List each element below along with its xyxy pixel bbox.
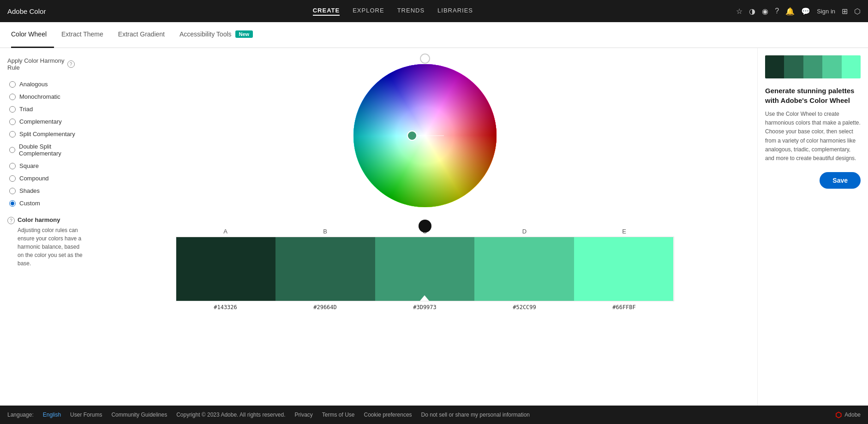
wheel-handle-black[interactable] [419,220,431,233]
right-swatch-d [822,55,841,78]
nav-links: CREATE EXPLORE TRENDS LIBRARIES [64,7,721,16]
palette-section: A B C D E #143326 #29664D #3D9973 #52CC9… [176,228,674,311]
right-panel: Generate stunning palettes with Adobe's … [757,48,868,406]
nav-trends[interactable]: TRENDS [397,7,425,16]
right-swatch-b [784,55,803,78]
bell-icon[interactable]: 🔔 [785,7,795,16]
option-double-split-complementary[interactable]: Double Split Complementary [7,141,85,159]
hex-b: #29664D [275,304,375,311]
nav-libraries[interactable]: LIBRARIES [437,7,473,16]
moon-icon[interactable]: ◑ [749,7,755,16]
color-icon[interactable]: ◉ [762,7,768,16]
color-harmony-help-icon[interactable]: ? [7,217,15,224]
center-area: A B C D E #143326 #29664D #3D9973 #52CC9… [92,48,757,406]
label-b: B [275,228,375,235]
color-harmony-desc: Adjusting color rules can ensure your co… [18,226,85,268]
right-swatch-c [803,55,822,78]
main-layout: Apply Color Harmony Rule ? Analogous Mon… [0,48,868,406]
new-badge: New [235,30,253,38]
left-sidebar: Apply Color Harmony Rule ? Analogous Mon… [0,48,92,406]
tab-bar: Color Wheel Extract Theme Extract Gradie… [0,22,868,48]
swatch-active-indicator [420,295,429,301]
color-wheel-container[interactable] [351,62,499,209]
swatch-c[interactable] [375,237,475,301]
hex-c: #3D9973 [375,304,475,311]
option-monochromatic[interactable]: Monochromatic [7,91,85,102]
label-e: E [575,228,674,235]
tab-extract-gradient[interactable]: Extract Gradient [111,22,172,48]
palette-hex-row: #143326 #29664D #3D9973 #52CC99 #66FFBF [176,304,674,311]
label-d: D [475,228,575,235]
tab-color-wheel[interactable]: Color Wheel [11,22,54,48]
option-triad[interactable]: Triad [7,103,85,115]
help-icon[interactable]: ? [775,7,779,15]
option-analogous[interactable]: Analogous [7,78,85,90]
option-custom[interactable]: Custom [7,197,85,209]
swatch-d[interactable] [474,237,574,301]
wheel-handle-teal[interactable] [407,131,417,141]
color-harmony-title: Color harmony [18,216,85,223]
adobe-icon[interactable]: ⬡ [854,7,861,16]
swatch-a[interactable] [176,237,276,301]
top-navigation: Adobe Color CREATE EXPLORE TRENDS LIBRAR… [0,0,868,22]
swatch-b[interactable] [275,237,375,301]
option-complementary[interactable]: Complementary [7,116,85,127]
nav-create[interactable]: CREATE [313,7,340,16]
sign-in-button[interactable]: Sign in [817,8,835,15]
option-compound[interactable]: Compound [7,173,85,184]
hex-e: #66FFBF [575,304,674,311]
option-shades[interactable]: Shades [7,185,85,197]
hex-d: #52CC99 [475,304,575,311]
harmony-help-icon[interactable]: ? [67,60,75,68]
grid-icon[interactable]: ⊞ [842,7,848,16]
tab-extract-theme[interactable]: Extract Theme [54,22,111,48]
star-icon[interactable]: ☆ [736,7,742,16]
nav-explore[interactable]: EXPLORE [353,7,384,16]
app-logo: Adobe Color [7,7,46,15]
option-square[interactable]: Square [7,160,85,172]
right-panel-desc: Use the Color Wheel to create harmonious… [765,110,861,163]
color-harmony-info: ? Color harmony Adjusting color rules ca… [7,216,85,268]
right-panel-title: Generate stunning palettes with Adobe's … [765,86,861,105]
label-a: A [176,228,275,235]
wheel-handle-white[interactable] [420,54,430,64]
save-button[interactable]: Save [820,172,861,189]
hex-a: #143326 [176,304,275,311]
nav-icon-group: ☆ ◑ ◉ ? 🔔 💬 Sign in ⊞ ⬡ [736,7,861,16]
tab-accessibility-tools[interactable]: Accessibility Tools New [172,22,260,48]
palette-swatches [176,237,674,301]
harmony-options: Analogous Monochromatic Triad Complement… [7,78,85,209]
right-swatch-a [765,55,784,78]
right-palette-preview [765,55,861,78]
harmony-label: Apply Color Harmony Rule ? [7,57,85,71]
chat-icon[interactable]: 💬 [801,7,810,16]
swatch-e[interactable] [574,237,674,301]
option-split-complementary[interactable]: Split Complementary [7,128,85,140]
right-swatch-e [842,55,861,78]
